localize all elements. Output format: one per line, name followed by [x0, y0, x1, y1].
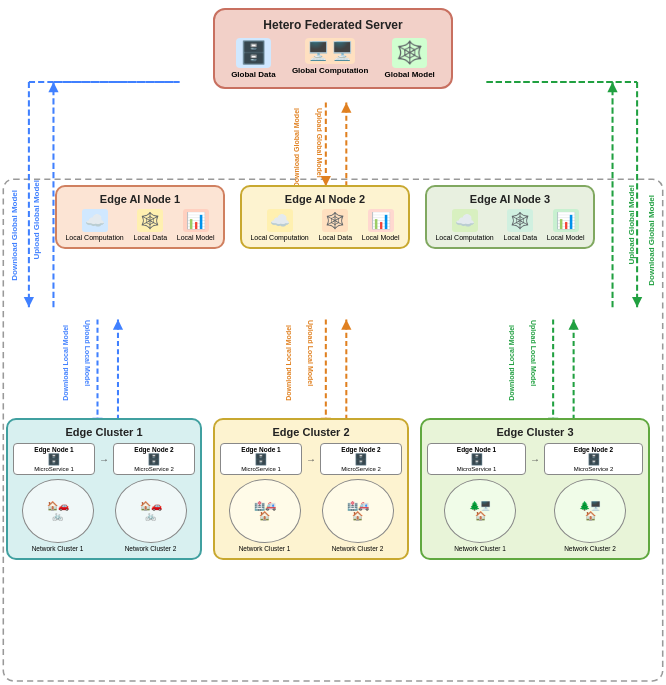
svg-marker-10: [607, 82, 617, 92]
node1-model-icon: 📊: [183, 209, 209, 232]
edge-ai-node2-title: Edge AI Node 2: [247, 193, 403, 205]
node3-data-label: Local Data: [504, 234, 537, 241]
cluster3-title: Edge Cluster 3: [427, 426, 643, 438]
edge-ai-node1-title: Edge AI Node 1: [62, 193, 218, 205]
cluster1-arrow: →: [99, 443, 109, 475]
cluster3-edge-node2: Edge Node 2 🗄️ MicroService 2: [544, 443, 643, 475]
svg-marker-4: [48, 82, 58, 92]
node1-comp-label: Local Computation: [65, 234, 123, 241]
edge-cluster-3: Edge Cluster 3 Edge Node 1 🗄️ MicroServi…: [420, 418, 650, 560]
cluster1-net1-label: Network Cluster 1: [22, 545, 94, 552]
node3-local-data: 🕸️ Local Data: [504, 209, 537, 241]
svg-marker-2: [24, 297, 34, 307]
download-global-model-label-left: Download Global Model: [10, 190, 19, 281]
edge-cluster-1: Edge Cluster 1 Edge Node 1 🗄️ MicroServi…: [6, 418, 202, 560]
svg-marker-20: [113, 319, 123, 329]
cluster1-edge-node1: Edge Node 1 🗄️ MicroService 1: [13, 443, 95, 475]
global-data-block: 🗄️ Global Data: [231, 38, 275, 79]
global-data-icon: 🗄️: [236, 38, 271, 68]
cluster3-net2-label: Network Cluster 2: [554, 545, 626, 552]
download-global-model-label-right: Download Global Model: [647, 195, 656, 286]
node2-local-data: 🕸️ Local Data: [319, 209, 352, 241]
node1-local-data: 🕸️ Local Data: [134, 209, 167, 241]
node1-data-label: Local Data: [134, 234, 167, 241]
download-local-model-label-3: Download Local Model: [508, 325, 515, 401]
federated-server: Hetero Federated Server 🗄️ Global Data 🖥…: [213, 8, 453, 89]
node2-local-comp: ☁️ Local Computation: [250, 209, 308, 241]
global-model-icon: 🕸️: [392, 38, 427, 68]
cluster2-arrow: →: [306, 443, 316, 475]
cluster2-net-circle2: 🏥🚑🏠: [322, 479, 394, 543]
svg-marker-24: [341, 319, 351, 329]
global-computation-label: Global Computation: [292, 66, 368, 75]
global-model-label: Global Model: [385, 70, 435, 79]
cluster1-title: Edge Cluster 1: [13, 426, 195, 438]
cluster2-title: Edge Cluster 2: [220, 426, 402, 438]
svg-marker-8: [632, 297, 642, 307]
cluster3-net-circle1: 🌲🖥️🏠: [444, 479, 516, 543]
cluster1-net2-label: Network Cluster 2: [115, 545, 187, 552]
node2-model-icon: 📊: [368, 209, 394, 232]
cluster3-net1-label: Network Cluster 1: [444, 545, 516, 552]
upload-global-model-label-left: Upload Global Model: [32, 180, 41, 260]
node3-model-label: Local Model: [547, 234, 585, 241]
edge-ai-node-2: Edge AI Node 2 ☁️ Local Computation 🕸️ L…: [240, 185, 410, 249]
edge-cluster-2: Edge Cluster 2 Edge Node 1 🗄️ MicroServi…: [213, 418, 409, 560]
node1-data-icon: 🕸️: [137, 209, 163, 232]
cluster3-net-circle2: 🌲🖥️🏠: [554, 479, 626, 543]
cluster1-net-circle1: 🏠🚗🚲: [22, 479, 94, 543]
node1-model-label: Local Model: [177, 234, 215, 241]
upload-local-model-label-3: Upload Local Model: [530, 320, 537, 386]
edge-ai-node-1: Edge AI Node 1 ☁️ Local Computation 🕸️ L…: [55, 185, 225, 249]
fed-server-title: Hetero Federated Server: [225, 18, 441, 32]
edge-ai-node3-title: Edge AI Node 3: [432, 193, 588, 205]
global-model-block: 🕸️ Global Model: [385, 38, 435, 79]
cluster2-net-circle1: 🏥🚑🏠: [229, 479, 301, 543]
computation-server2-icon: 🖥️: [331, 40, 353, 62]
global-data-label: Global Data: [231, 70, 275, 79]
node3-local-model: 📊 Local Model: [547, 209, 585, 241]
cluster1-edge-node2: Edge Node 2 🗄️ MicroService 2: [113, 443, 195, 475]
download-global-model-label-center: Download Global Model: [293, 108, 300, 187]
upload-global-model-label-center: Upload Global Model: [316, 108, 323, 178]
node2-data-icon: 🕸️: [322, 209, 348, 232]
edge-ai-node-3: Edge AI Node 3 ☁️ Local Computation 🕸️ L…: [425, 185, 595, 249]
upload-local-model-label-1: Upload Local Model: [84, 320, 91, 386]
node2-local-model: 📊 Local Model: [362, 209, 400, 241]
node3-data-icon: 🕸️: [507, 209, 533, 232]
diagram-container: Download Global Model Upload Global Mode…: [0, 0, 666, 685]
node2-data-label: Local Data: [319, 234, 352, 241]
node1-local-comp: ☁️ Local Computation: [65, 209, 123, 241]
upload-local-model-label-2: Upload Local Model: [307, 320, 314, 386]
download-local-model-label-1: Download Local Model: [62, 325, 69, 401]
node1-comp-icon: ☁️: [82, 209, 108, 232]
cluster2-edge-node1: Edge Node 1 🗄️ MicroService 1: [220, 443, 302, 475]
node3-comp-icon: ☁️: [452, 209, 478, 232]
computation-server-icon: 🖥️: [307, 40, 329, 62]
node3-comp-label: Local Computation: [435, 234, 493, 241]
download-local-model-label-2: Download Local Model: [285, 325, 292, 401]
cluster3-arrow: →: [530, 443, 540, 475]
global-computation-block: 🖥️ 🖥️ Global Computation: [292, 38, 368, 75]
node3-local-comp: ☁️ Local Computation: [435, 209, 493, 241]
svg-marker-16: [341, 102, 351, 112]
upload-global-model-label-right: Upload Global Model: [627, 185, 636, 265]
cluster2-edge-node2: Edge Node 2 🗄️ MicroService 2: [320, 443, 402, 475]
node2-model-label: Local Model: [362, 234, 400, 241]
cluster2-net1-label: Network Cluster 1: [229, 545, 301, 552]
node1-local-model: 📊 Local Model: [177, 209, 215, 241]
cluster1-net-circle2: 🏠🚗🚲: [115, 479, 187, 543]
node2-comp-icon: ☁️: [267, 209, 293, 232]
cluster3-edge-node1: Edge Node 1 🗄️ MicroService 1: [427, 443, 526, 475]
node3-model-icon: 📊: [553, 209, 579, 232]
node2-comp-label: Local Computation: [250, 234, 308, 241]
svg-marker-28: [569, 319, 579, 329]
cluster2-net2-label: Network Cluster 2: [322, 545, 394, 552]
